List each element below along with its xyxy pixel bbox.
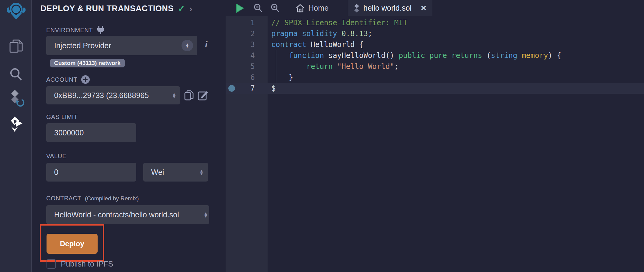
publish-ipfs-checkbox[interactable] (47, 259, 56, 269)
solidity-file-icon (354, 4, 360, 13)
contract-value: HelloWorld - contracts/hello world.sol (46, 210, 179, 219)
line-number: 3 (226, 39, 255, 50)
panel-header: DEPLOY & RUN TRANSACTIONS ✓ › (40, 4, 192, 14)
code-text: } (271, 72, 293, 83)
remix-logo[interactable] (0, 2, 32, 20)
code-line-5[interactable]: 5 return "Hello World"; (226, 61, 644, 72)
edit-account-icon[interactable] (198, 90, 209, 100)
value-field[interactable] (46, 163, 136, 182)
zoom-in-icon[interactable] (268, 0, 282, 16)
code-area[interactable]: 1// SPDX-License-Identifier: MIT2pragma … (226, 16, 644, 272)
code-text: // SPDX-License-Identifier: MIT (271, 17, 407, 28)
value-unit: Wei (143, 168, 164, 177)
code-text: pragma solidity 0.8.13; (271, 28, 372, 39)
environment-select-arrows[interactable]: ▲▼ (182, 40, 193, 51)
panel-expand-chevron-icon[interactable]: › (189, 4, 192, 13)
solidity-compiler-icon[interactable] (0, 89, 32, 107)
code-line-2[interactable]: 2pragma solidity 0.8.13; (226, 28, 644, 39)
environment-select[interactable]: Injected Provider ▲▼ (46, 36, 197, 55)
code-text: function sayHelloWorld() public pure ret… (271, 50, 561, 61)
account-value: 0xBB9...29733 (23.6688965 (46, 91, 149, 100)
home-icon (296, 4, 305, 12)
value-input[interactable] (46, 168, 136, 177)
value-label: VALUE (46, 153, 67, 160)
line-number: 1 (226, 17, 255, 28)
tab-home-label: Home (308, 4, 329, 12)
zoom-out-icon[interactable] (251, 0, 265, 16)
line-number: 4 (226, 50, 255, 61)
code-line-3[interactable]: 3contract HelloWorld { (226, 39, 644, 50)
line-number: 6 (226, 72, 255, 83)
gas-limit-input[interactable] (46, 128, 136, 137)
search-icon[interactable] (0, 67, 32, 83)
value-unit-select[interactable]: Wei ▲▼ (143, 163, 208, 182)
copy-account-icon[interactable] (184, 90, 194, 101)
code-editor: Home hello world.sol ✕ 1// SPDX-License-… (226, 0, 644, 272)
panel-title: DEPLOY & RUN TRANSACTIONS (40, 4, 174, 13)
gas-limit-field[interactable] (46, 123, 136, 142)
account-select-arrows[interactable]: ▲▼ (172, 93, 176, 98)
file-explorer-icon[interactable] (0, 38, 32, 54)
tab-home[interactable]: Home (290, 0, 334, 16)
publish-ipfs-label: Publish to IPFS (61, 260, 113, 268)
contract-select-arrows[interactable]: ▲▼ (203, 212, 208, 218)
tab-hello-world-sol[interactable]: hello world.sol ✕ (348, 0, 432, 16)
gas-limit-label: GAS LIMIT (46, 114, 78, 121)
deploy-run-panel: DEPLOY & RUN TRANSACTIONS ✓ › ENVIRONMEN… (33, 0, 225, 272)
code-line-6[interactable]: 6 } (226, 72, 644, 83)
code-text: $ (271, 83, 275, 94)
environment-info-icon[interactable]: i (205, 39, 208, 50)
code-rows: 1// SPDX-License-Identifier: MIT2pragma … (226, 17, 644, 94)
environment-value: Injected Provider (46, 41, 111, 50)
activity-sidebar (0, 0, 32, 272)
deploy-button[interactable]: Deploy (47, 234, 98, 254)
contract-select[interactable]: HelloWorld - contracts/hello world.sol ▲… (46, 205, 209, 224)
remix-logo-icon (6, 2, 26, 20)
compile-success-check-icon: ✓ (178, 4, 185, 14)
tab-close-icon[interactable]: ✕ (421, 4, 427, 12)
contract-sublabel: (Compiled by Remix) (85, 195, 139, 202)
environment-label: ENVIRONMENT (46, 25, 105, 35)
remix-ide-window: DEPLOY & RUN TRANSACTIONS ✓ › ENVIRONMEN… (0, 0, 644, 272)
add-account-icon[interactable] (81, 75, 90, 84)
line-number: 2 (226, 28, 255, 39)
editor-tabbar: Home hello world.sol ✕ (226, 0, 644, 16)
tab-label: hello world.sol (363, 4, 411, 12)
contract-label: CONTRACT (Compiled by Remix) (46, 195, 139, 202)
account-select[interactable]: 0xBB9...29733 (23.6688965 ▲▼ (46, 86, 180, 104)
code-text: return "Hello World"; (271, 61, 399, 72)
plug-icon (96, 25, 105, 35)
line-number: 5 (226, 61, 255, 72)
code-line-7[interactable]: 7$ (226, 83, 644, 94)
publish-ipfs-row: Publish to IPFS (47, 259, 113, 269)
code-text: contract HelloWorld { (271, 39, 363, 50)
code-line-4[interactable]: 4 function sayHelloWorld() public pure r… (226, 50, 644, 61)
line-number: 7 (226, 83, 255, 94)
value-unit-arrows[interactable]: ▲▼ (199, 169, 204, 175)
network-badge: Custom (43113) network (50, 59, 125, 67)
account-label: ACCOUNT (46, 75, 90, 84)
deploy-run-icon[interactable] (0, 116, 32, 132)
code-line-1[interactable]: 1// SPDX-License-Identifier: MIT (226, 17, 644, 28)
run-script-button[interactable] (233, 0, 247, 16)
